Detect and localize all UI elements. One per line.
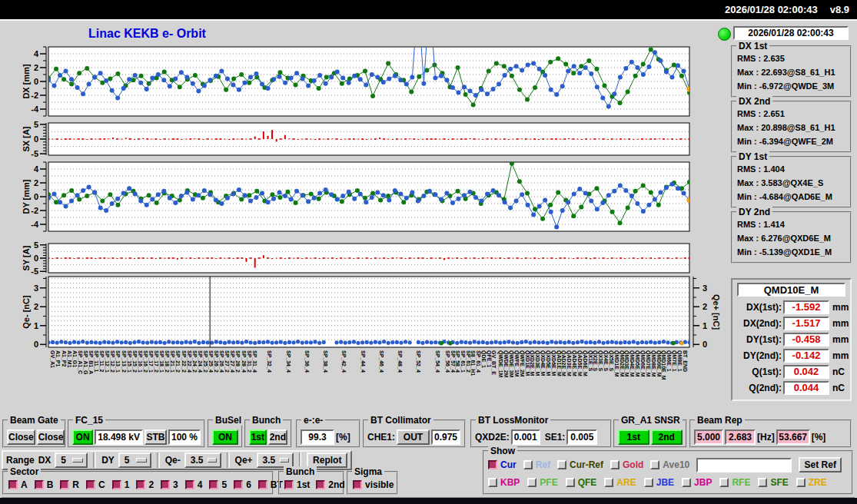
checkbox-label-1: 1 xyxy=(125,479,130,490)
x-axis-labels: GV_A1A1_P1A1_P2A1_M1A1_G1SP_A1_CSP_A1_GS… xyxy=(31,349,692,396)
svg-text:-5: -5 xyxy=(31,267,38,276)
group-label: BT Collimator xyxy=(368,415,433,426)
fc15-kv-field[interactable]: 18.498 kV xyxy=(95,429,143,445)
svg-text:QMD4E_M: QMD4E_M xyxy=(629,350,635,377)
checkbox-c[interactable] xyxy=(86,480,95,489)
svg-text:SP_34_4: SP_34_4 xyxy=(286,350,291,373)
svg-text:SP_15_1: SP_15_1 xyxy=(127,350,132,373)
checkbox-3[interactable] xyxy=(161,480,170,489)
checkbox-jbe[interactable] xyxy=(644,478,653,487)
checkbox-visible[interactable] xyxy=(353,480,362,489)
beam-gate-close-1-button[interactable]: Close xyxy=(7,429,35,445)
svg-text:SP_24_4: SP_24_4 xyxy=(198,350,203,373)
checkbox-item-4: 4 xyxy=(185,479,203,490)
qmd-row-label: DY(2nd): xyxy=(734,350,782,361)
checkbox-label-kbp: KBP xyxy=(500,477,520,488)
svg-text:5: 5 xyxy=(34,240,38,250)
qmd-row-label: DX(2nd): xyxy=(734,318,782,329)
checkbox-sfe[interactable] xyxy=(758,478,767,487)
checkbox-ave10[interactable] xyxy=(650,460,659,469)
plot-sx: 50-5 xyxy=(31,123,692,155)
checkbox-kbp[interactable] xyxy=(488,478,497,487)
svg-text:QWFE_2M: QWFE_2M xyxy=(519,350,525,377)
svg-text:GV_A1: GV_A1 xyxy=(50,350,55,368)
svg-text:A1_P2: A1_P2 xyxy=(61,350,67,367)
svg-text:SP_A1_G: SP_A1_G xyxy=(83,350,88,375)
checkbox-6[interactable] xyxy=(234,480,243,489)
checkbox-jbp[interactable] xyxy=(682,478,691,487)
gr-a1-1st-button[interactable]: 1st xyxy=(618,429,649,445)
svg-text:SP_22_2: SP_22_2 xyxy=(181,350,187,373)
checkbox-item-ref: Ref xyxy=(523,459,550,470)
stats-group-dy-2nd: DY 2ndRMS : 1.414Max : 6.276@QXD6E_MMin … xyxy=(731,211,852,264)
fc15-on-button[interactable]: ON xyxy=(72,429,93,445)
range-dy-dropdown[interactable]: 5 xyxy=(118,453,151,468)
checkbox-label-a: A xyxy=(21,479,28,490)
group-label: Sector xyxy=(8,466,41,477)
ylabel-dx: DX [mm] xyxy=(21,72,32,91)
svg-text:QAD1E_M: QAD1E_M xyxy=(556,350,562,376)
bunch-2nd-button[interactable]: 2nd xyxy=(268,429,287,445)
range-qe-plus-dropdown[interactable]: 3.5 xyxy=(257,453,294,468)
qmd-row-value: -1.517 xyxy=(783,317,829,330)
checkbox-are[interactable] xyxy=(604,478,613,487)
range-qe-minus-dropdown[interactable]: 3.5 xyxy=(184,453,221,468)
svg-text:SP_54_4: SP_54_4 xyxy=(435,350,440,373)
fc15-percent-field[interactable]: 100 % xyxy=(168,429,201,445)
checkbox-1[interactable] xyxy=(112,480,121,489)
group-label: Show xyxy=(488,446,517,456)
stats-group-title: DX 2nd xyxy=(736,96,772,107)
replot-button[interactable]: Replot xyxy=(307,453,347,468)
checkbox-item-rfe: RFE xyxy=(719,477,750,488)
bunch-1st-button[interactable]: 1st xyxy=(249,429,267,445)
checkbox-cur[interactable] xyxy=(488,460,497,469)
qmd-row-dx-1st-: DX(1st):-1.592mm xyxy=(732,299,850,315)
svg-text:QXD3E_M: QXD3E_M xyxy=(534,350,540,376)
checkbox-zre[interactable] xyxy=(796,478,806,487)
beam-rep-value-2: 2.683 xyxy=(725,429,756,445)
checkbox-item-1: 1 xyxy=(112,479,130,490)
checkbox-4[interactable] xyxy=(185,480,194,489)
checkbox-b[interactable] xyxy=(35,480,44,489)
svg-text:SP_56_4: SP_56_4 xyxy=(445,350,450,373)
separator xyxy=(227,453,230,468)
dropdown-indicator xyxy=(208,458,216,463)
fc15-stb-button[interactable]: STB xyxy=(144,429,167,445)
qmd-row-value: -1.592 xyxy=(783,300,829,314)
set-ref-button[interactable]: Set Ref xyxy=(799,457,842,472)
range-dx-dropdown[interactable]: 5 xyxy=(55,453,88,468)
checkbox-2nd[interactable] xyxy=(316,480,325,489)
ref-name-input[interactable] xyxy=(696,458,792,472)
checkbox-label-visible: visible xyxy=(365,479,394,490)
plot-dy: 420-2-4 xyxy=(31,162,692,231)
checkbox-a[interactable] xyxy=(8,480,18,489)
svg-text:0: 0 xyxy=(34,77,38,86)
checkbox-1st[interactable] xyxy=(284,480,294,489)
checkbox-5[interactable] xyxy=(209,480,218,489)
svg-text:SP_17_2: SP_17_2 xyxy=(154,350,159,373)
che1-out-button[interactable]: OUT xyxy=(397,429,430,445)
qmd-row-label: Q(2nd): xyxy=(734,383,782,393)
checkbox-cur-ref[interactable] xyxy=(557,460,566,469)
checkbox-2[interactable] xyxy=(136,480,145,489)
checkbox-pfe[interactable] xyxy=(527,478,536,487)
gr-a1-2nd-button[interactable]: 2nd xyxy=(651,429,683,445)
svg-text:SP_21_2: SP_21_2 xyxy=(175,350,181,373)
stats-rms: RMS : 1.414 xyxy=(737,217,850,231)
checkbox-r[interactable] xyxy=(60,480,69,489)
checkbox-gold[interactable] xyxy=(610,460,619,469)
group-label: Bunch xyxy=(250,415,283,426)
ee-ratio-unit: [%] xyxy=(336,432,350,443)
busel-on-button[interactable]: ON xyxy=(212,429,238,445)
svg-text:SP_21_1: SP_21_1 xyxy=(170,350,175,373)
stats-max: Max : 20.898@S8_61_H1 xyxy=(737,121,850,134)
checkbox-bt[interactable] xyxy=(258,480,267,489)
beam-gate-close-2-button[interactable]: Close xyxy=(37,429,65,445)
svg-text:QXD6E_M: QXD6E_M xyxy=(550,350,556,376)
qmd-row-unit: nC xyxy=(832,383,845,393)
checkbox-rfe[interactable] xyxy=(719,478,729,487)
checkbox-ref[interactable] xyxy=(523,460,533,469)
checkbox-qfe[interactable] xyxy=(566,478,575,487)
stats-rms: RMS : 1.404 xyxy=(737,162,850,176)
svg-text:SP_15_2: SP_15_2 xyxy=(132,350,138,373)
